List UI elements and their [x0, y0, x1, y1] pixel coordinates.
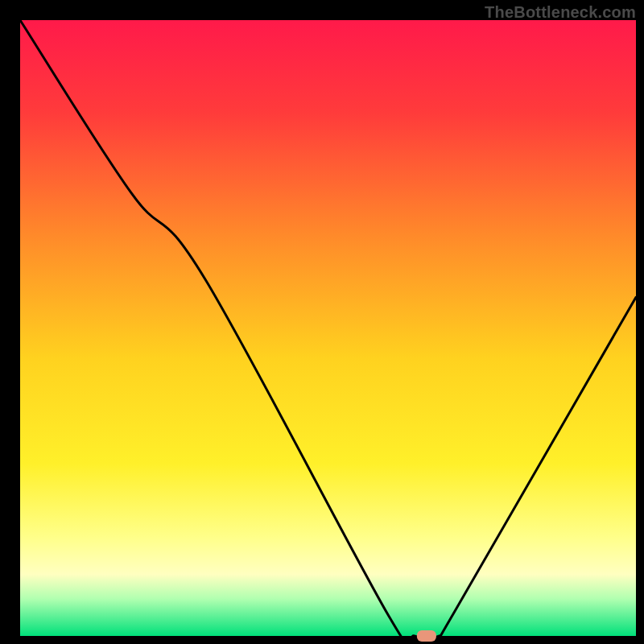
bottleneck-chart: [0, 0, 644, 644]
minimum-marker: [417, 630, 436, 642]
chart-container: TheBottleneck.com: [0, 0, 644, 644]
plot-background: [20, 20, 636, 636]
watermark-text: TheBottleneck.com: [485, 3, 636, 22]
